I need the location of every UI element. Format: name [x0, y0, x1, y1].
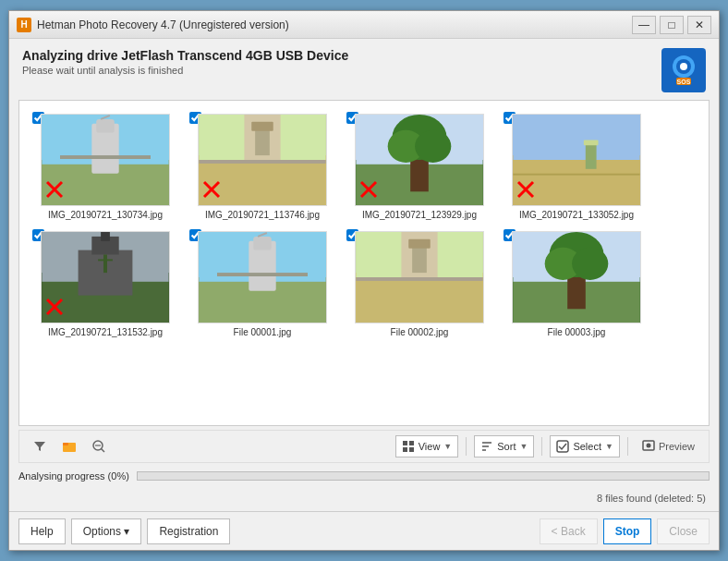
photo-item[interactable]: File 00001.jpg	[184, 226, 341, 343]
header-subtitle: Please wait until analysis is finished	[22, 65, 348, 76]
svg-text:SOS: SOS	[677, 79, 691, 85]
folder-icon-button[interactable]	[56, 435, 82, 457]
window-controls: — □ ✕	[632, 16, 711, 34]
header: Analyzing drive JetFlash Transcend 4GB U…	[9, 39, 719, 100]
toolbar-separator-3	[627, 437, 628, 456]
deleted-marker	[45, 298, 64, 319]
photo-filename: IMG_20190721_131532.jpg	[48, 327, 163, 337]
photo-filename: IMG_20190721_123929.jpg	[362, 210, 477, 220]
svg-rect-71	[403, 447, 407, 452]
svg-rect-18	[251, 122, 273, 131]
view-dropdown-arrow: ▼	[443, 442, 452, 451]
preview-button[interactable]: Preview	[636, 435, 701, 457]
photo-item[interactable]: File 00003.jpg	[498, 226, 655, 343]
svg-rect-72	[409, 447, 414, 452]
back-button[interactable]: < Back	[540, 518, 598, 544]
photo-filename: File 00001.jpg	[234, 327, 292, 337]
view-label: View	[419, 441, 441, 452]
maximize-button[interactable]: □	[660, 16, 684, 34]
photo-item[interactable]: File 00002.jpg	[341, 226, 498, 343]
select-dropdown-button[interactable]: Select ▼	[550, 435, 620, 457]
svg-rect-69	[403, 441, 407, 445]
photo-item[interactable]: IMG_20190721_131532.jpg	[27, 226, 184, 343]
header-text: Analyzing drive JetFlash Transcend 4GB U…	[22, 48, 348, 76]
app-icon: H	[17, 18, 31, 32]
minimize-button[interactable]: —	[632, 16, 656, 34]
app-logo: SOS	[661, 48, 706, 92]
svg-point-78	[646, 444, 650, 448]
close-button-footer[interactable]: Close	[657, 518, 710, 544]
svg-rect-19	[199, 160, 325, 164]
titlebar: H Hetman Photo Recovery 4.7 (Unregistere…	[9, 11, 719, 39]
svg-point-63	[572, 248, 608, 280]
svg-point-27	[415, 130, 451, 163]
photo-thumbnail[interactable]	[355, 114, 484, 206]
photo-filename: File 00002.jpg	[391, 327, 449, 337]
view-dropdown-button[interactable]: View ▼	[395, 435, 459, 457]
status-bar: 8 files found (deleted: 5)	[18, 489, 710, 507]
progress-bar-wrap	[137, 471, 710, 481]
svg-rect-51	[217, 273, 308, 276]
svg-rect-70	[409, 441, 414, 445]
close-button[interactable]: ✕	[687, 16, 711, 34]
help-button[interactable]: Help	[18, 518, 66, 544]
stop-button[interactable]: Stop	[603, 518, 652, 544]
deleted-marker	[359, 180, 378, 201]
photo-filename: IMG_20190721_130734.jpg	[48, 210, 163, 220]
registration-button[interactable]: Registration	[147, 518, 230, 544]
preview-label: Preview	[659, 441, 695, 452]
photo-thumbnail[interactable]	[355, 231, 484, 323]
photo-thumbnail[interactable]	[512, 114, 641, 206]
options-button[interactable]: Options ▾	[71, 518, 142, 544]
photo-item[interactable]: IMG_20190721_113746.jpg	[184, 108, 341, 226]
main-window: H Hetman Photo Recovery 4.7 (Unregistere…	[8, 10, 720, 551]
photo-thumbnail[interactable]	[41, 114, 170, 206]
svg-rect-56	[408, 239, 431, 249]
svg-rect-49	[253, 237, 272, 250]
toolbar-separator-2	[541, 437, 542, 456]
svg-line-67	[102, 449, 105, 453]
svg-rect-43	[98, 259, 113, 261]
sort-dropdown-button[interactable]: Sort ▼	[474, 435, 534, 457]
svg-rect-33	[584, 140, 599, 145]
sort-label: Sort	[497, 441, 516, 452]
sort-dropdown-arrow: ▼	[519, 442, 528, 451]
select-dropdown-arrow: ▼	[605, 442, 613, 451]
photo-thumbnail[interactable]	[41, 231, 170, 323]
photo-filename: IMG_20190721_133052.jpg	[519, 210, 634, 220]
status-text: 8 files found (deleted: 5)	[597, 493, 706, 504]
photo-filename: IMG_20190721_113746.jpg	[205, 210, 320, 220]
deleted-marker	[202, 180, 221, 201]
photo-thumbnail[interactable]	[512, 231, 641, 323]
svg-rect-41	[101, 232, 110, 241]
svg-point-3	[680, 63, 687, 70]
svg-rect-32	[586, 141, 597, 168]
svg-rect-34	[513, 174, 639, 176]
svg-rect-42	[103, 255, 107, 274]
deleted-marker	[45, 180, 64, 201]
filter-icon-button[interactable]	[27, 435, 53, 457]
svg-rect-53	[356, 277, 482, 323]
photo-item[interactable]: IMG_20190721_133052.jpg	[498, 108, 655, 226]
photo-filename: File 00003.jpg	[548, 327, 606, 337]
svg-rect-57	[356, 277, 482, 281]
scan-icon-button[interactable]	[86, 435, 112, 457]
photo-thumbnail[interactable]	[198, 114, 327, 206]
select-label: Select	[573, 441, 601, 452]
svg-rect-76	[557, 441, 568, 452]
svg-rect-9	[96, 119, 115, 133]
photo-grid: IMG_20190721_130734.jpg IMG_20190721_113…	[18, 100, 710, 426]
header-title: Analyzing drive JetFlash Transcend 4GB U…	[22, 48, 348, 63]
deleted-marker	[516, 180, 535, 201]
svg-rect-30	[513, 115, 639, 160]
photo-thumbnail[interactable]	[198, 231, 327, 323]
progress-area: Analysing progress (0%)	[18, 463, 710, 489]
photo-item[interactable]: IMG_20190721_130734.jpg	[27, 108, 184, 226]
footer: Help Options ▾ Registration < Back Stop …	[9, 511, 719, 550]
svg-rect-65	[63, 443, 68, 445]
bottom-toolbar: View ▼ Sort ▼ Select ▼ Preview	[18, 430, 710, 463]
toolbar-separator-1	[466, 437, 467, 456]
progress-label: Analysing progress (0%)	[18, 470, 129, 482]
svg-rect-11	[60, 155, 151, 159]
photo-item[interactable]: IMG_20190721_123929.jpg	[341, 108, 498, 226]
